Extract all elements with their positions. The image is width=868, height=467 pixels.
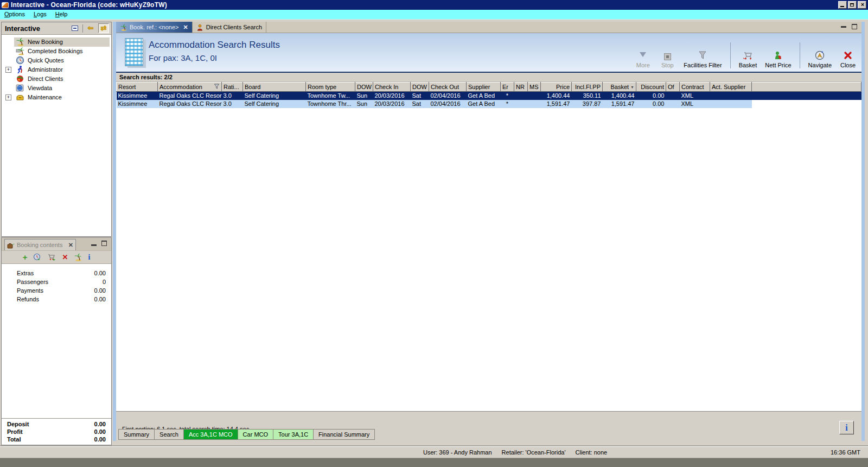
column-header[interactable]: Accommodation: [158, 83, 222, 92]
column-header[interactable]: Rati...: [222, 83, 243, 92]
maximize-panel-icon[interactable]: [101, 241, 107, 246]
tab-booking-ref[interactable]: Book. ref.: <none> ✕: [116, 22, 193, 33]
sidebar-item-administrator[interactable]: + Administrator: [2, 65, 111, 74]
column-header[interactable]: Discount: [636, 83, 666, 92]
close-icon[interactable]: ✕: [68, 242, 73, 249]
add-item-button[interactable]: +: [23, 254, 28, 261]
restore-button[interactable]: [848, 1, 857, 9]
nett-price-button[interactable]: Nett Price: [765, 51, 791, 68]
sidebar-item-viewdata[interactable]: Viewdata: [2, 84, 111, 93]
results-table: Resort Accommodation Rati... Board Room …: [116, 82, 861, 108]
collapse-panel-button[interactable]: [69, 23, 80, 33]
column-header-sorted[interactable]: Basket▼: [603, 83, 636, 92]
basket-button[interactable]: Basket: [739, 51, 757, 68]
basket-arrow-button[interactable]: [47, 253, 56, 261]
bottom-tabstrip: Summary Search Acc 3A,1C MCO Car MCO Tou…: [118, 429, 374, 440]
filter-funnel-icon[interactable]: [214, 84, 220, 90]
toolbar-separator: [800, 42, 800, 68]
item-value: 0.00: [94, 295, 106, 304]
header-toolbar: More Stop Facilities Filter Basket: [635, 42, 856, 68]
swap-panels-button[interactable]: ⇄: [98, 23, 109, 33]
funnel-icon: [698, 51, 707, 60]
column-header[interactable]: Board: [243, 83, 306, 92]
menu-logs[interactable]: Logs: [29, 10, 51, 19]
results-grid: Resort Accommodation Rati... Board Room …: [116, 82, 861, 411]
tab-acc-3a1c-mco[interactable]: Acc 3A,1C MCO: [183, 429, 238, 440]
title-bar: Interactive - Ocean-Florida (code: wHuKy…: [0, 0, 868, 10]
sidebar-panel: Interactive ⇐ ⇄ New Booking Completed Bo…: [1, 22, 112, 237]
sort-desc-icon: ▼: [630, 85, 634, 89]
column-header[interactable]: MS: [528, 83, 541, 92]
column-header[interactable]: Incl.Fl.PP: [572, 83, 603, 92]
sidebar-header: Interactive ⇐ ⇄: [2, 22, 111, 35]
column-header[interactable]: DOW: [411, 83, 429, 92]
dock-left-button[interactable]: ⇐: [85, 23, 96, 33]
tab-car-mco[interactable]: Car MCO: [238, 429, 273, 440]
sidebar-item-direct-clients[interactable]: Direct Clients: [2, 74, 111, 84]
suitcase-palm-icon: [7, 242, 15, 249]
item-value: 0: [103, 277, 106, 286]
item-value: 0.00: [94, 286, 106, 295]
minimize-panel-icon[interactable]: [841, 26, 846, 28]
table-row-selected[interactable]: Kissimmee Regal Oaks CLC Resort 3.0 Self…: [117, 92, 861, 100]
app-window: { "window": { "title": "Interactive - Oc…: [0, 0, 868, 467]
column-header[interactable]: Price: [541, 83, 572, 92]
column-header[interactable]: Check In: [373, 83, 411, 92]
minimize-panel-icon[interactable]: [91, 244, 97, 246]
navigate-button[interactable]: Navigate: [808, 50, 832, 68]
tab-summary[interactable]: Summary: [118, 429, 155, 440]
column-header[interactable]: Room type: [306, 83, 355, 92]
sidebar-item-maintenance[interactable]: + Maintenance: [2, 93, 111, 102]
item-value: 0.00: [94, 269, 106, 277]
main-footer: First portion: 6.1 sec, total search tim…: [116, 411, 861, 441]
column-header[interactable]: NR: [514, 83, 528, 92]
sidebar-item-new-booking[interactable]: New Booking: [2, 37, 111, 47]
close-results-button[interactable]: Close: [840, 51, 856, 68]
booking-contents-list: Extras 0.00 Passengers 0 Payments 0.00 R…: [2, 264, 111, 418]
tab-label: Book. ref.: <none>: [130, 24, 179, 30]
column-header[interactable]: Resort: [117, 83, 158, 92]
quick-quote-clock-button[interactable]: [33, 253, 41, 261]
column-header[interactable]: DOW: [355, 83, 373, 92]
tab-tour-3a1c[interactable]: Tour 3A,1C: [273, 429, 314, 440]
close-button[interactable]: ×: [858, 1, 866, 9]
minimize-button[interactable]: [838, 1, 847, 9]
total-row: Total 0.00: [7, 436, 106, 443]
table-row[interactable]: Kissimmee Regal Oaks CLC Resort 3.0 Self…: [117, 100, 861, 108]
palm-tree-button[interactable]: [74, 253, 82, 261]
sidebar-item-completed-bookings[interactable]: Completed Bookings: [2, 47, 111, 56]
column-header[interactable]: Contract: [680, 83, 710, 92]
tab-financial-summary[interactable]: Financial Summary: [313, 429, 375, 440]
hotel-building-icon: [125, 38, 143, 66]
column-header[interactable]: Check Out: [429, 83, 467, 92]
sidebar-item-quick-quotes[interactable]: Quick Quotes: [2, 56, 111, 65]
menu-help[interactable]: Help: [51, 10, 72, 19]
total-value: 0.00: [94, 428, 106, 436]
header-row: Resort Accommodation Rati... Board Room …: [117, 83, 861, 92]
expand-plus-icon[interactable]: +: [5, 67, 11, 73]
booking-contents-tab[interactable]: Booking contents ✕: [4, 239, 76, 250]
column-header[interactable]: Of: [666, 83, 680, 92]
expand-plus-icon[interactable]: +: [5, 94, 11, 100]
search-results-count: Search results: 2/2: [116, 73, 861, 82]
minimize-icon: [840, 6, 844, 7]
list-item: Payments 0.00: [2, 286, 111, 295]
delete-button[interactable]: ✕: [62, 254, 68, 261]
facilities-filter-button[interactable]: Facilities Filter: [684, 51, 722, 68]
list-item: Refunds 0.00: [2, 295, 111, 304]
column-header[interactable]: Supplier: [467, 83, 501, 92]
info-button[interactable]: i: [88, 254, 90, 261]
status-user: User: 369 - Andy Rahman: [423, 449, 492, 456]
item-label: Extras: [17, 269, 94, 277]
maximize-panel-icon[interactable]: [852, 24, 857, 29]
menu-options[interactable]: Options: [0, 10, 29, 19]
palm-tree-icon: [120, 24, 127, 31]
column-header[interactable]: Er: [501, 83, 514, 92]
info-button[interactable]: i: [839, 421, 854, 434]
close-tab-icon[interactable]: ✕: [183, 24, 188, 31]
tab-direct-clients-search[interactable]: Direct Clients Search: [193, 22, 266, 33]
column-header[interactable]: Act. Supplier: [710, 83, 752, 92]
toolbox-icon: [16, 93, 24, 102]
main-panel: Book. ref.: <none> ✕ Direct Clients Sear…: [113, 22, 865, 441]
tab-search[interactable]: Search: [154, 429, 184, 440]
